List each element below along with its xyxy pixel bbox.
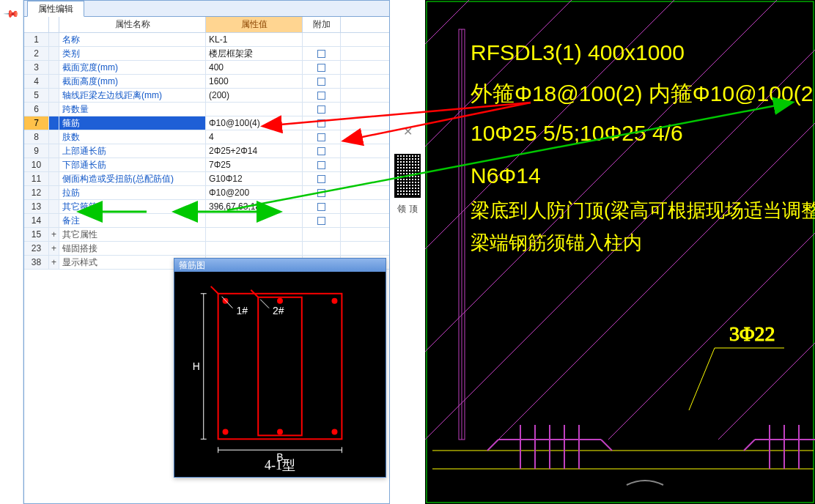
expand-toggle xyxy=(49,47,59,60)
row-addon[interactable] xyxy=(303,144,341,158)
row-value[interactable]: 7Φ25 xyxy=(206,158,303,171)
property-row[interactable]: 8肢数4 xyxy=(24,130,389,144)
svg-line-47 xyxy=(744,440,755,451)
property-row[interactable]: 13其它箍筋396,67,63,183 xyxy=(24,200,389,214)
row-addon[interactable] xyxy=(303,242,341,255)
row-value[interactable]: 楼层框架梁 xyxy=(206,47,303,60)
property-row[interactable]: 23+锚固搭接 xyxy=(24,242,389,256)
row-value[interactable]: G10Φ12 xyxy=(206,172,303,185)
close-icon[interactable]: ✕ xyxy=(400,125,415,139)
svg-point-3 xyxy=(223,429,229,434)
row-addon[interactable] xyxy=(303,214,341,227)
row-value[interactable]: 4 xyxy=(206,130,303,144)
expand-toggle xyxy=(49,33,59,46)
row-addon[interactable] xyxy=(303,61,341,74)
expand-toggle[interactable]: + xyxy=(49,242,59,255)
row-addon[interactable] xyxy=(303,33,341,46)
checkbox-icon[interactable] xyxy=(317,203,325,211)
row-value[interactable] xyxy=(206,242,303,255)
row-addon[interactable] xyxy=(303,228,341,241)
row-value[interactable]: 1600 xyxy=(206,75,303,88)
row-index: 7 xyxy=(24,116,49,130)
property-row[interactable]: 5轴线距梁左边线距离(mm)(200) xyxy=(24,89,389,103)
svg-text:3Φ22: 3Φ22 xyxy=(729,322,775,345)
checkbox-icon[interactable] xyxy=(317,175,325,183)
property-row[interactable]: 15+其它属性 xyxy=(24,228,389,242)
expand-toggle xyxy=(49,158,59,171)
checkbox-icon[interactable] xyxy=(317,133,325,141)
property-row[interactable]: 12拉筋Φ10@200 xyxy=(24,186,389,200)
row-value[interactable]: Φ10@200 xyxy=(206,186,303,199)
qr-code-icon[interactable] xyxy=(394,154,421,198)
property-row[interactable]: 11侧面构造或受扭筋(总配筋值)G10Φ12 xyxy=(24,172,389,186)
row-index: 5 xyxy=(24,89,49,102)
property-row[interactable]: 4截面高度(mm)1600 xyxy=(24,75,389,89)
row-addon[interactable] xyxy=(303,200,341,213)
svg-point-5 xyxy=(277,298,283,304)
row-addon[interactable] xyxy=(303,186,341,199)
row-index: 14 xyxy=(24,214,49,227)
cad-text-line2: 外箍Φ18@100(2) 内箍Φ10@100(2 xyxy=(471,81,813,105)
checkbox-icon[interactable] xyxy=(317,147,325,155)
checkbox-icon[interactable] xyxy=(317,161,325,169)
row-name: 截面高度(mm) xyxy=(59,75,206,88)
row-value[interactable] xyxy=(206,228,303,241)
svg-text:H: H xyxy=(193,360,200,372)
property-row[interactable]: 1名称KL-1 xyxy=(24,33,389,47)
row-name: 锚固搭接 xyxy=(59,242,206,255)
tab-property-edit[interactable]: 属性编辑 xyxy=(27,1,84,17)
checkbox-icon[interactable] xyxy=(317,64,325,72)
property-row[interactable]: 14备注 xyxy=(24,214,389,228)
row-index: 13 xyxy=(24,200,49,213)
row-addon[interactable] xyxy=(303,158,341,171)
row-name: 侧面构造或受扭筋(总配筋值) xyxy=(59,172,206,185)
row-index: 4 xyxy=(24,75,49,88)
row-name: 名称 xyxy=(59,33,206,46)
checkbox-icon[interactable] xyxy=(317,119,325,127)
row-index: 9 xyxy=(24,144,49,158)
row-value[interactable]: 400 xyxy=(206,61,303,74)
row-value[interactable]: (200) xyxy=(206,89,303,102)
mid-strip-label: 领 顶 xyxy=(391,204,424,215)
row-addon[interactable] xyxy=(303,47,341,60)
expand-toggle[interactable]: + xyxy=(49,228,59,241)
cad-viewport[interactable]: RFSDL3(1) 400x1000 外箍Φ18@100(2) 内箍Φ10@10… xyxy=(425,0,815,504)
row-value[interactable] xyxy=(206,214,303,227)
property-row[interactable]: 10下部通长筋7Φ25 xyxy=(24,158,389,172)
row-value[interactable]: 396,67,63,183 xyxy=(206,200,303,213)
checkbox-icon[interactable] xyxy=(317,105,325,114)
row-addon[interactable] xyxy=(303,116,341,130)
row-name: 轴线距梁左边线距离(mm) xyxy=(59,89,206,102)
checkbox-icon[interactable] xyxy=(317,78,325,86)
checkbox-icon[interactable] xyxy=(317,189,325,197)
row-name: 截面宽度(mm) xyxy=(59,61,206,74)
checkbox-icon[interactable] xyxy=(317,217,325,225)
property-row[interactable]: 7箍筋Φ10@100(4) xyxy=(24,116,389,130)
row-value[interactable]: KL-1 xyxy=(206,33,303,46)
row-value[interactable]: 2Φ25+2Φ14 xyxy=(206,144,303,158)
svg-rect-7 xyxy=(258,297,302,436)
expand-toggle xyxy=(49,144,59,158)
header-index xyxy=(24,17,49,32)
pin-icon[interactable]: 📌 xyxy=(4,5,18,20)
expand-toggle[interactable]: + xyxy=(49,256,59,269)
row-addon[interactable] xyxy=(303,130,341,144)
row-value[interactable] xyxy=(206,103,303,116)
property-row[interactable]: 2类别楼层框架梁 xyxy=(24,47,389,61)
property-row[interactable]: 6跨数量 xyxy=(24,103,389,116)
row-addon[interactable] xyxy=(303,172,341,185)
row-addon[interactable] xyxy=(303,89,341,102)
row-addon[interactable] xyxy=(303,103,341,116)
property-row[interactable]: 3截面宽度(mm)400 xyxy=(24,61,389,75)
row-index: 11 xyxy=(24,172,49,185)
expand-toggle xyxy=(49,89,59,102)
row-addon[interactable] xyxy=(303,75,341,88)
property-row[interactable]: 9上部通长筋2Φ25+2Φ14 xyxy=(24,144,389,158)
row-index: 1 xyxy=(24,33,49,46)
stirrup-window-title: 箍筋图 xyxy=(174,259,386,272)
expand-toggle xyxy=(49,214,59,227)
row-name: 类别 xyxy=(59,47,206,60)
checkbox-icon[interactable] xyxy=(317,92,325,100)
row-value[interactable]: Φ10@100(4) xyxy=(206,116,303,130)
checkbox-icon[interactable] xyxy=(317,50,325,58)
